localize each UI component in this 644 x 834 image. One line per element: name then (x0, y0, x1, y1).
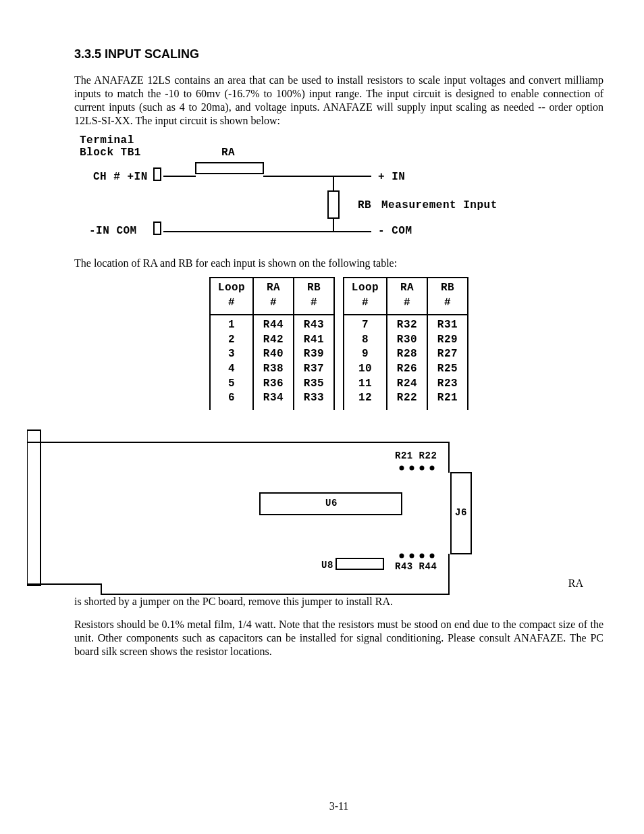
col-header: RA# (387, 278, 428, 314)
col-header: RB# (428, 278, 467, 314)
svg-rect-9 (27, 430, 41, 585)
svg-point-16 (431, 466, 434, 469)
svg-point-17 (400, 554, 404, 557)
svg-rect-2 (196, 163, 263, 174)
table-cell: R43R41R39R37R35R33 (294, 315, 333, 410)
resistor-table-left: Loop# RA# RB# 123456 R44R42R40R38R36R34 … (209, 277, 335, 410)
svg-point-20 (431, 554, 434, 557)
section-heading: 3.3.5 INPUT SCALING (74, 47, 603, 61)
ra-trailing-label: RA (568, 577, 583, 590)
r21-r22-label: R21 R22 (395, 450, 437, 461)
svg-rect-7 (328, 191, 339, 218)
page-number: 3-11 (74, 800, 603, 812)
table-intro: The location of RA and RB for each input… (74, 257, 603, 270)
col-header: Loop# (211, 278, 254, 314)
table-cell: R31R29R27R25R23R21 (428, 315, 467, 410)
svg-point-19 (421, 554, 424, 557)
svg-rect-0 (154, 168, 161, 180)
input-circuit-diagram: Terminal Block TB1 RA CH # +IN -IN COM +… (74, 134, 603, 253)
svg-point-18 (410, 554, 414, 557)
resistor-table: Loop# RA# RB# 123456 R44R42R40R38R36R34 … (209, 277, 468, 410)
table-cell: 789101112 (344, 315, 387, 410)
svg-point-15 (421, 466, 424, 469)
svg-rect-4 (154, 222, 161, 234)
svg-point-13 (400, 466, 404, 469)
intro-paragraph: The ANAFAZE 12LS contains an area that c… (74, 74, 603, 128)
r43-r44-label: R43 R44 (395, 561, 437, 572)
table-cell: 123456 (211, 315, 254, 410)
resistor-table-right: Loop# RA# RB# 789101112 R32R30R28R26R24R… (343, 277, 468, 410)
col-header: Loop# (344, 278, 387, 314)
u6-label: U6 (325, 498, 338, 509)
svg-rect-12 (336, 558, 383, 569)
svg-point-14 (410, 466, 414, 469)
table-cell: R44R42R40R38R36R34 (254, 315, 294, 410)
board-layout-diagram: R21 R22 U6 J6 U8 R43 R44 (27, 422, 500, 598)
col-header: RB# (294, 278, 333, 314)
col-header: RA# (254, 278, 294, 314)
circuit-svg (74, 134, 506, 253)
table-cell: R32R30R28R26R24R22 (387, 315, 428, 410)
j6-label: J6 (455, 507, 467, 518)
u8-label: U8 (321, 560, 333, 571)
resistor-spec-paragraph: Resistors should be 0.1% metal film, 1/4… (74, 618, 603, 658)
